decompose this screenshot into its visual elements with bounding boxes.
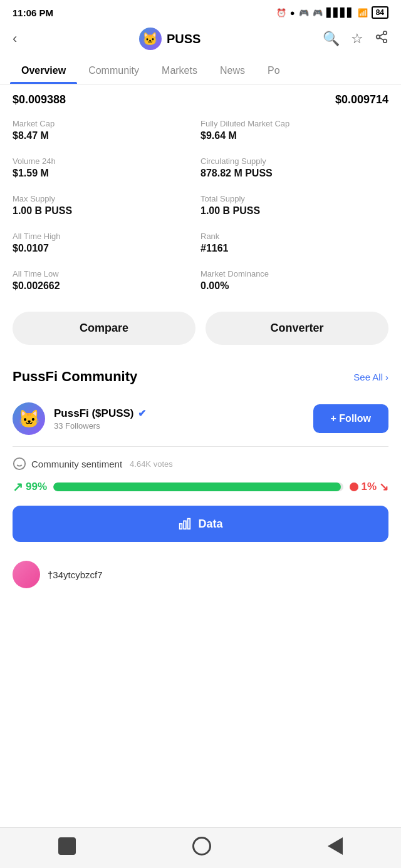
stat-value: $9.64 M — [200, 130, 388, 141]
stat-circulating-supply: Circulating Supply 878.82 M PUSS — [200, 149, 388, 186]
svg-point-0 — [383, 31, 387, 35]
stat-market-cap: Market Cap $8.47 M — [13, 111, 200, 149]
verified-badge: ✔ — [138, 407, 146, 419]
sentiment-bar — [53, 483, 343, 491]
stat-label: Max Supply — [13, 194, 200, 203]
stat-rank: Rank #1161 — [200, 224, 388, 262]
bearish-percentage: 1% ↘ — [350, 480, 388, 494]
game-icon: 🎮 — [313, 8, 323, 18]
bull-arrow-icon: ↗ — [13, 479, 23, 494]
stat-value: $8.47 M — [13, 130, 200, 141]
stat-volume-24h: Volume 24h $1.59 M — [13, 149, 200, 186]
discord-icon: 🎮 — [299, 8, 309, 18]
svg-line-4 — [380, 34, 383, 36]
stat-all-time-high: All Time High $0.0107 — [13, 224, 200, 262]
section-header: PussFi Community See All › — [13, 369, 388, 385]
sentiment-row: Community sentiment 4.64K votes — [13, 457, 388, 471]
converter-button[interactable]: Converter — [206, 312, 388, 345]
stat-value: #1161 — [200, 243, 388, 254]
alarm-icon: ⏰ — [276, 8, 286, 18]
stat-label: Total Supply — [200, 194, 388, 203]
header: ‹ 🐱 PUSS 🔍 ☆ — [0, 23, 401, 58]
svg-rect-9 — [188, 519, 190, 529]
stat-value: $0.002662 — [13, 280, 200, 292]
svg-rect-7 — [180, 524, 182, 529]
status-icons: ⏰ ● 🎮 🎮 ▋▋▋▋ 📶 84 — [276, 6, 388, 19]
share-icon[interactable] — [375, 30, 388, 48]
follow-button[interactable]: + Follow — [313, 404, 388, 433]
price-right: $0.009714 — [335, 93, 388, 106]
stat-market-dominance: Market Dominance 0.00% — [200, 262, 388, 299]
header-actions: 🔍 ☆ — [323, 30, 388, 48]
header-title: 🐱 PUSS — [139, 28, 200, 50]
stat-value: $0.0107 — [13, 243, 200, 254]
nav-home-button[interactable] — [192, 837, 211, 855]
stat-label: Circulating Supply — [200, 156, 388, 166]
sentiment-votes: 4.64K votes — [130, 459, 173, 469]
stat-value: 878.82 M PUSS — [200, 168, 388, 179]
search-icon[interactable]: 🔍 — [323, 31, 340, 47]
tab-po[interactable]: Po — [256, 58, 291, 84]
action-buttons: Compare Converter — [0, 299, 401, 362]
stat-label: Market Cap — [13, 119, 200, 128]
bear-dot-icon — [350, 483, 358, 491]
chart-icon — [178, 517, 192, 531]
svg-rect-8 — [184, 521, 187, 529]
sentiment-bar-row: ↗ 99% 1% ↘ — [13, 479, 388, 494]
stat-fully-diluted: Fully Diluted Market Cap $9.64 M — [200, 111, 388, 149]
sentiment-bar-fill — [53, 483, 341, 491]
star-icon[interactable]: ☆ — [351, 31, 363, 47]
stat-label: All Time Low — [13, 269, 200, 278]
back-button[interactable]: ‹ — [13, 31, 17, 47]
see-all-button[interactable]: See All › — [353, 372, 388, 382]
compare-button[interactable]: Compare — [13, 312, 195, 345]
profile-name: PussFi ($PUSS) ✔ — [54, 407, 146, 420]
stat-label: Rank — [200, 232, 388, 241]
svg-point-1 — [377, 35, 380, 39]
tab-community[interactable]: Community — [77, 58, 150, 84]
nav-back-button[interactable] — [328, 837, 343, 855]
stats-grid: Market Cap $8.47 M Fully Diluted Market … — [0, 111, 401, 299]
profile-avatar: 🐱 — [13, 402, 45, 435]
price-row: $0.009388 $0.009714 — [0, 84, 401, 111]
status-time: 11:06 PM — [13, 8, 53, 18]
community-profile: 🐱 PussFi ($PUSS) ✔ 33 Followers + Follow — [13, 396, 388, 446]
stat-max-supply: Max Supply 1.00 B PUSS — [13, 186, 200, 224]
profile-left: 🐱 PussFi ($PUSS) ✔ 33 Followers — [13, 402, 146, 435]
stat-value: 1.00 B PUSS — [13, 205, 200, 217]
divider — [13, 446, 388, 447]
stat-all-time-low: All Time Low $0.002662 — [13, 262, 200, 299]
stat-total-supply: Total Supply 1.00 B PUSS — [200, 186, 388, 224]
status-bar: 11:06 PM ⏰ ● 🎮 🎮 ▋▋▋▋ 📶 84 — [0, 0, 401, 23]
tab-news[interactable]: News — [209, 58, 256, 84]
wifi-icon: 📶 — [358, 8, 368, 18]
stat-label: Volume 24h — [13, 156, 200, 166]
stat-label: All Time High — [13, 232, 200, 241]
stat-label: Fully Diluted Market Cap — [200, 119, 388, 128]
nav-square-button[interactable] — [58, 837, 76, 855]
tweet-avatar — [13, 561, 40, 588]
price-left: $0.009388 — [13, 93, 66, 106]
section-title: PussFi Community — [13, 369, 137, 385]
svg-point-2 — [383, 39, 387, 43]
sentiment-label: Community sentiment — [31, 459, 122, 469]
tweet-text: †34ytcybzcf7 — [48, 569, 103, 580]
svg-line-3 — [380, 38, 383, 40]
tab-bar: Overview Community Markets News Po — [0, 58, 401, 84]
tab-markets[interactable]: Markets — [150, 58, 209, 84]
battery-icon: 84 — [372, 6, 388, 19]
stat-value: $1.59 M — [13, 168, 200, 179]
bullish-percentage: ↗ 99% — [13, 479, 47, 494]
stat-value: 1.00 B PUSS — [200, 205, 388, 217]
tweet-preview[interactable]: †34ytcybzcf7 — [13, 554, 388, 595]
community-section: PussFi Community See All › 🐱 PussFi ($PU… — [0, 362, 401, 595]
whatsapp-icon: ● — [290, 8, 295, 18]
bear-arrow-icon: ↘ — [379, 480, 388, 494]
coin-avatar: 🐱 — [139, 28, 162, 50]
tab-overview[interactable]: Overview — [10, 58, 77, 84]
data-button[interactable]: Data — [13, 506, 388, 542]
bottom-nav — [0, 827, 401, 868]
stat-value: 0.00% — [200, 280, 388, 292]
profile-info: PussFi ($PUSS) ✔ 33 Followers — [54, 407, 146, 431]
coin-name: PUSS — [167, 32, 200, 46]
